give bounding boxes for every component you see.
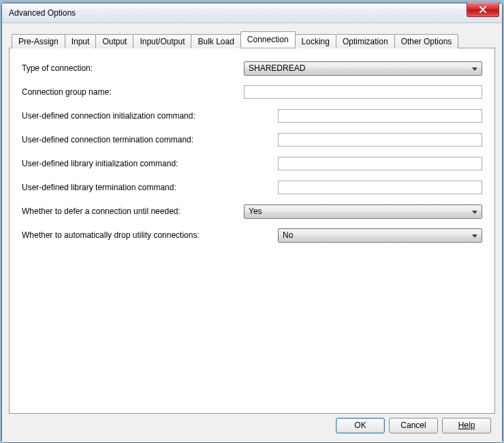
row-user-lib-init-cmd: User-defined library initialization comm… [22,156,482,171]
input-user-conn-init-cmd[interactable] [278,109,482,123]
tab-strip: Pre-Assign Input Output Input/Output Bul… [12,31,495,48]
row-defer-connection: Whether to defer a connection until need… [22,204,482,219]
tab-locking[interactable]: Locking [295,34,336,48]
chevron-down-icon [472,207,477,216]
input-user-lib-init-cmd[interactable] [278,157,482,170]
label-user-lib-init-cmd: User-defined library initialization comm… [22,159,278,168]
tab-input[interactable]: Input [65,34,97,48]
row-auto-drop-utility: Whether to automatically drop utility co… [22,228,482,243]
tab-panel-connection: Type of connection: SHAREDREAD Connectio… [9,48,495,414]
label-user-lib-term-cmd: User-defined library termination command… [22,183,278,192]
tab-input-output[interactable]: Input/Output [133,34,191,48]
input-user-conn-term-cmd[interactable] [278,133,482,147]
input-user-lib-term-cmd[interactable] [278,181,482,194]
label-type-of-connection: Type of connection: [22,63,244,73]
cancel-button[interactable]: Cancel [389,418,438,433]
row-connection-group-name: Connection group name: [22,85,482,100]
label-auto-drop-utility: Whether to automatically drop utility co… [22,230,278,240]
label-user-conn-term-cmd: User-defined connection termination comm… [22,135,278,144]
tab-connection[interactable]: Connection [240,31,296,48]
label-connection-group-name: Connection group name: [22,87,244,97]
window-title: Advanced Options [9,8,76,18]
dialog-window: Advanced Options Pre-Assign Input Output… [1,3,503,443]
tab-other-options[interactable]: Other Options [394,34,459,48]
chevron-down-icon [472,230,477,240]
label-user-conn-init-cmd: User-defined connection initialization c… [22,111,278,121]
input-connection-group-name[interactable] [244,85,482,99]
help-button[interactable]: Help [442,418,491,433]
tab-optimization[interactable]: Optimization [336,34,395,48]
button-bar: OK Cancel Help [9,414,495,437]
row-user-conn-init-cmd: User-defined connection initialization c… [22,108,482,123]
close-icon [479,6,487,13]
client-area: Pre-Assign Input Output Input/Output Bul… [2,23,502,442]
title-bar: Advanced Options [2,3,502,23]
ok-button[interactable]: OK [336,418,385,433]
tab-output[interactable]: Output [95,34,133,48]
tab-bulk-load[interactable]: Bulk Load [191,34,240,48]
tab-pre-assign[interactable]: Pre-Assign [12,34,65,48]
chevron-down-icon [472,63,477,73]
row-user-conn-term-cmd: User-defined connection termination comm… [22,132,482,147]
select-type-of-connection[interactable]: SHAREDREAD [244,61,482,76]
row-type-of-connection: Type of connection: SHAREDREAD [22,61,482,76]
select-defer-connection[interactable]: Yes [244,204,482,219]
close-button[interactable] [467,3,499,17]
select-auto-drop-utility[interactable]: No [278,228,482,243]
row-user-lib-term-cmd: User-defined library termination command… [22,180,482,195]
label-defer-connection: Whether to defer a connection until need… [22,207,244,216]
